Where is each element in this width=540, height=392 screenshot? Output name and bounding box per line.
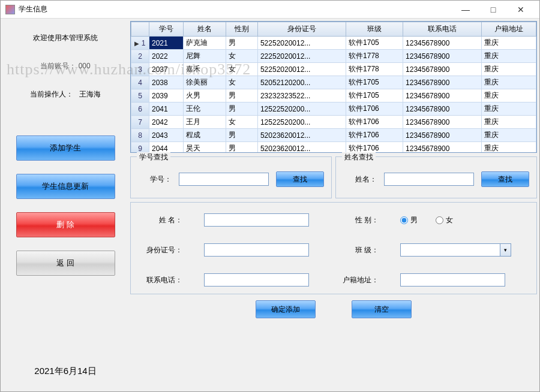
sidebar: 欢迎使用本管理系统 当前账号： 000 当前操作人： 王海海 添加学生 学生信息…	[3, 21, 128, 389]
table-row[interactable]: ▶ 12021萨克迪男52252020012...软件1705123456789…	[131, 37, 536, 50]
search-id-input[interactable]	[179, 173, 269, 186]
welcome-text: 欢迎使用本管理系统	[33, 33, 98, 43]
minimize-button[interactable]: —	[452, 1, 479, 18]
search-by-name-group: 姓名查找 姓名： 查找	[335, 156, 537, 198]
row-header[interactable]: ▶ 1	[131, 37, 149, 50]
row-header[interactable]: 5	[131, 89, 149, 102]
row-header[interactable]: 8	[131, 129, 149, 142]
window-title: 学生信息	[19, 4, 452, 14]
search-id-legend: 学号查找	[137, 152, 170, 162]
account-label: 当前账号：	[40, 62, 76, 70]
search-id-label: 学号：	[138, 174, 172, 185]
form-tel-label: 联系电话：	[140, 275, 182, 285]
operator-line: 当前操作人： 王海海	[30, 89, 101, 99]
operator-label: 当前操作人：	[30, 90, 73, 98]
table-row[interactable]: 32037嘉禾女52252020012...软件177812345678900重…	[131, 63, 536, 76]
form-idc-input[interactable]	[204, 243, 309, 257]
form-class-input[interactable]	[400, 243, 500, 257]
column-header[interactable]: 户籍地址	[482, 22, 536, 37]
app-icon	[5, 5, 15, 14]
close-button[interactable]: ✕	[507, 1, 535, 18]
account-value: 000	[79, 62, 91, 70]
form-name-input[interactable]	[204, 213, 309, 227]
main-area: 学号姓名性别身份证号班级联系电话户籍地址▶ 12021萨克迪男522520200…	[130, 21, 537, 389]
content: https://www.huzhan.com/ishop3572 欢迎使用本管理…	[1, 19, 539, 391]
add-form: 姓 名： 性 别： 男 女 身份证号： 班 级： ▾ 联系电话：	[130, 202, 537, 294]
table-row[interactable]: 42038徐美丽女52052120200...软件170512345678900…	[131, 76, 536, 89]
account-line: 当前账号： 000	[40, 61, 90, 71]
form-sex-group: 男 女	[400, 215, 511, 225]
form-buttons: 确定添加 清空	[130, 300, 537, 318]
form-addr-label: 户籍地址：	[337, 275, 379, 285]
add-student-button[interactable]: 添加学生	[16, 135, 115, 161]
maximize-button[interactable]: □	[479, 1, 507, 18]
column-header[interactable]: 班级	[346, 22, 403, 37]
table-row[interactable]: 62041王伦男12522520200...软件170612345678900重…	[131, 102, 536, 116]
data-grid[interactable]: 学号姓名性别身份证号班级联系电话户籍地址▶ 12021萨克迪男522520200…	[130, 21, 537, 153]
form-addr-input[interactable]	[400, 273, 505, 287]
chevron-down-icon[interactable]: ▾	[500, 243, 511, 257]
sex-female-radio[interactable]: 女	[436, 215, 453, 225]
column-header[interactable]: 姓名	[183, 22, 226, 37]
table-row[interactable]: 82043程成男52023620012...软件170612345678900重…	[131, 129, 536, 142]
clear-button[interactable]: 清空	[352, 300, 412, 318]
operator-value: 王海海	[79, 90, 101, 98]
form-name-label: 姓 名：	[140, 215, 182, 225]
table-row[interactable]: 92044昊天男52023620012...软件170612345678900重…	[131, 142, 536, 153]
confirm-add-button[interactable]: 确定添加	[256, 300, 316, 318]
column-header[interactable]: 联系电话	[403, 22, 482, 37]
table-row[interactable]: 52039火男男23232323522...软件170512345678900重…	[131, 89, 536, 102]
back-button[interactable]: 返 回	[16, 251, 115, 276]
table-row[interactable]: 72042王月女12522520200...软件170612345678900重…	[131, 116, 536, 129]
form-tel-input[interactable]	[204, 273, 309, 287]
search-name-label: 姓名：	[343, 174, 377, 185]
row-header[interactable]: 7	[131, 116, 149, 129]
delete-button[interactable]: 删 除	[16, 212, 115, 237]
search-name-input[interactable]	[384, 173, 474, 186]
column-header[interactable]: 学号	[149, 22, 184, 37]
column-header[interactable]: 身份证号	[257, 22, 346, 37]
app-window: 学生信息 — □ ✕ https://www.huzhan.com/ishop3…	[0, 0, 540, 392]
search-row: 学号查找 学号： 查找 姓名查找 姓名： 查找	[130, 156, 537, 198]
sex-male-radio[interactable]: 男	[400, 215, 418, 225]
form-sex-label: 性 别：	[337, 215, 379, 225]
date-label: 2021年6月14日	[34, 366, 96, 377]
form-idc-label: 身份证号：	[140, 245, 182, 255]
update-student-button[interactable]: 学生信息更新	[16, 174, 115, 199]
titlebar[interactable]: 学生信息 — □ ✕	[1, 1, 539, 19]
row-header[interactable]: 6	[131, 102, 149, 116]
search-name-button[interactable]: 查找	[481, 171, 529, 187]
form-class-label: 班 级：	[337, 245, 379, 255]
row-header[interactable]: 4	[131, 76, 149, 89]
search-id-button[interactable]: 查找	[276, 171, 324, 187]
row-header[interactable]: 9	[131, 142, 149, 153]
row-header[interactable]: 2	[131, 50, 149, 63]
table-row[interactable]: 22022尼舞女22252020012...软件177812345678900重…	[131, 50, 536, 63]
search-by-id-group: 学号查找 学号： 查找	[130, 156, 332, 198]
form-class-combo[interactable]: ▾	[400, 243, 511, 257]
column-header[interactable]: 性别	[226, 22, 258, 37]
search-name-legend: 姓名查找	[342, 152, 376, 162]
row-header[interactable]: 3	[131, 63, 149, 76]
